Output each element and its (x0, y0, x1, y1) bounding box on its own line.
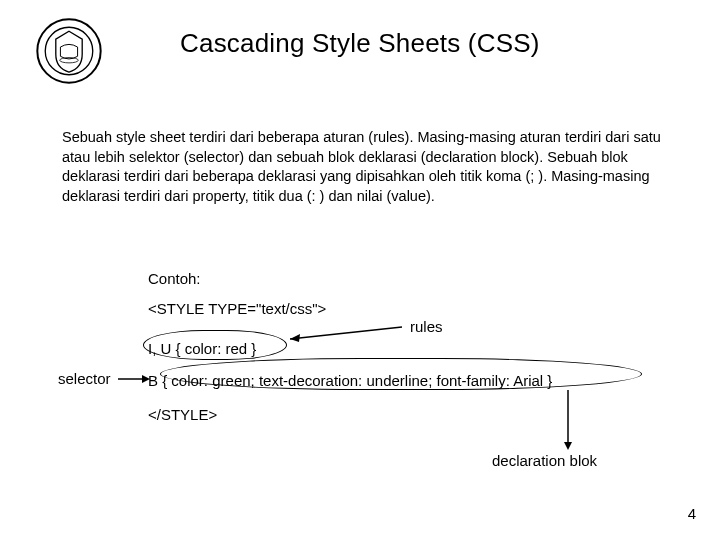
svg-marker-4 (290, 334, 300, 342)
university-crest-logo (36, 18, 102, 84)
svg-marker-6 (142, 375, 150, 383)
annotation-selector-label: selector (58, 370, 111, 387)
arrow-rules (290, 325, 408, 347)
annotation-rules-label: rules (410, 318, 443, 335)
svg-marker-8 (564, 442, 572, 450)
example-heading: Contoh: (148, 270, 201, 287)
annotation-declaration-label: declaration blok (492, 452, 597, 469)
arrow-selector (118, 372, 150, 386)
arrow-declaration (560, 390, 620, 450)
oval-declaration-highlight (160, 358, 642, 390)
body-paragraph: Sebuah style sheet terdiri dari beberapa… (62, 128, 662, 206)
code-line-4: </STYLE> (148, 406, 217, 423)
code-line-1: <STYLE TYPE="text/css"> (148, 300, 326, 317)
slide-title: Cascading Style Sheets (CSS) (180, 28, 540, 59)
oval-selector-highlight (143, 330, 287, 360)
svg-line-3 (290, 327, 402, 339)
page-number: 4 (688, 505, 696, 522)
